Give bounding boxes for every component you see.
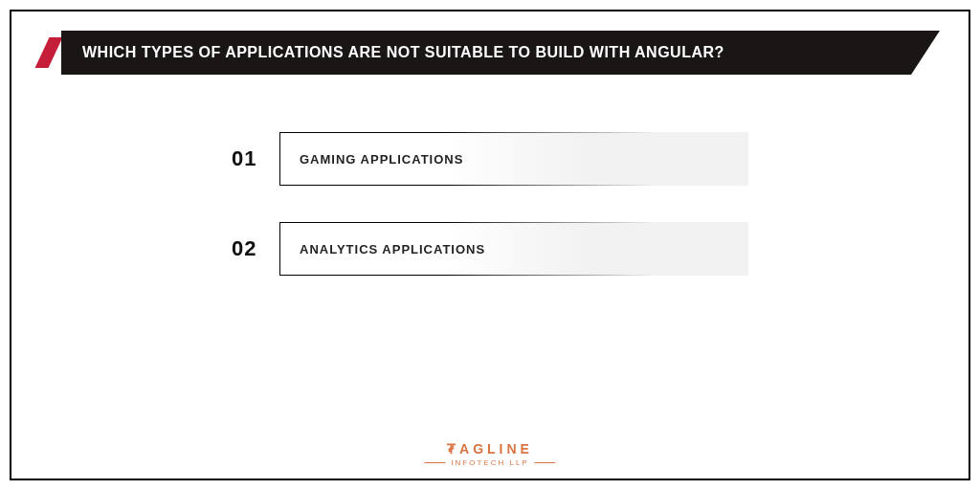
accent-slash-icon [35, 37, 63, 68]
list-item: 01 GAMING APPLICATIONS [232, 132, 748, 186]
logo-line-icon [424, 462, 445, 463]
logo-line-icon [535, 462, 556, 463]
item-label: GAMING APPLICATIONS [279, 132, 748, 186]
header-banner: WHICH TYPES OF APPLICATIONS ARE NOT SUIT… [40, 31, 940, 75]
logo-text-bottom: INFOTECH LLP [424, 458, 555, 467]
item-label: ANALYTICS APPLICATIONS [279, 222, 748, 276]
logo-subtitle: INFOTECH LLP [451, 458, 528, 467]
page-title: WHICH TYPES OF APPLICATIONS ARE NOT SUIT… [61, 31, 940, 75]
content-frame: WHICH TYPES OF APPLICATIONS ARE NOT SUIT… [10, 10, 970, 480]
logo-text-top: ₮AGLINE [424, 441, 555, 457]
item-number: 02 [232, 236, 279, 261]
list-area: 01 GAMING APPLICATIONS 02 ANALYTICS APPL… [232, 132, 748, 276]
footer-logo: ₮AGLINE INFOTECH LLP [424, 441, 555, 467]
item-number: 01 [232, 146, 279, 171]
list-item: 02 ANALYTICS APPLICATIONS [232, 222, 748, 276]
